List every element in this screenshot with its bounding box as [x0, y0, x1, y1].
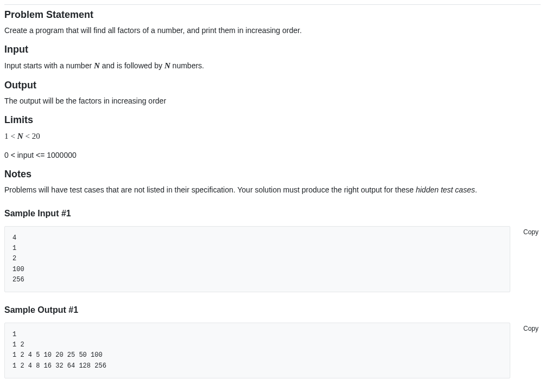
notes-emphasis: hidden test cases [416, 185, 475, 194]
limits-rhs: 20 [32, 132, 40, 140]
limits-var-n: N [17, 132, 23, 140]
heading-sample-output: Sample Output #1 [4, 305, 541, 315]
notes-prefix: Problems will have test cases that are n… [4, 185, 416, 194]
sample-output-content: 1 1 2 1 2 4 5 10 20 25 50 100 1 2 4 8 16… [4, 323, 510, 378]
input-var-n-1: N [94, 61, 100, 70]
heading-output: Output [4, 80, 541, 91]
problem-statement-text: Create a program that will find all fact… [4, 25, 541, 36]
notes-text: Problems will have test cases that are n… [4, 184, 541, 196]
input-text-prefix: Input starts with a number [4, 61, 94, 70]
copy-button-output[interactable]: Copy [521, 324, 541, 333]
limits-line-1: 1 < N < 20 [4, 130, 541, 143]
sample-input-content: 4 1 2 100 256 [4, 226, 510, 292]
heading-problem-statement: Problem Statement [4, 9, 541, 21]
limits-op1: < [10, 132, 15, 140]
limits-op2: < [25, 132, 29, 140]
copy-button-input[interactable]: Copy [521, 227, 541, 237]
input-description: Input starts with a number N and is foll… [4, 60, 541, 72]
notes-suffix: . [475, 185, 477, 194]
output-description: The output will be the factors in increa… [4, 95, 541, 107]
input-text-middle: and is followed by [100, 61, 164, 70]
top-divider [4, 4, 541, 5]
heading-limits: Limits [4, 114, 541, 126]
limits-line-2: 0 < input <= 1000000 [4, 150, 541, 161]
heading-sample-input: Sample Input #1 [4, 209, 541, 219]
heading-notes: Notes [4, 169, 541, 180]
input-var-n-2: N [164, 61, 170, 70]
sample-input-block: 4 1 2 100 256 Copy [4, 226, 541, 292]
sample-output-block: 1 1 2 1 2 4 5 10 20 25 50 100 1 2 4 8 16… [4, 323, 541, 378]
input-text-suffix: numbers. [170, 61, 204, 70]
heading-input: Input [4, 44, 541, 55]
limits-lhs: 1 [4, 132, 9, 140]
